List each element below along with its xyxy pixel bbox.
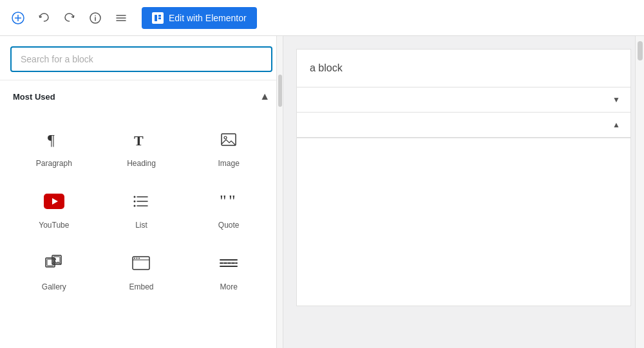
collapse-icon: ▲ (260, 91, 270, 102)
quote-label: Quote (218, 221, 240, 230)
block-item-embed[interactable]: Embed (98, 239, 185, 300)
most-used-section-header: Most Used ▲ (0, 80, 283, 110)
block-item-more[interactable]: More (185, 239, 272, 300)
gallery-label: Gallery (42, 282, 66, 291)
add-block-button[interactable] (8, 8, 28, 28)
panel-scrollbar[interactable] (276, 36, 283, 348)
info-button[interactable] (85, 8, 106, 28)
svg-text:¶: ¶ (48, 131, 55, 148)
collapse-button[interactable]: ▲ (260, 91, 270, 102)
svg-text:": " (220, 194, 227, 209)
more-icon (216, 250, 242, 276)
content-area: a block ▼ ▲ (283, 36, 644, 348)
svg-text:T: T (134, 133, 144, 149)
embed-label: Embed (129, 282, 153, 291)
more-label: More (220, 282, 237, 291)
block-item-gallery[interactable]: Gallery (10, 239, 98, 300)
block-inserter-panel: Most Used ▲ ¶ Paragraph (0, 36, 283, 348)
block-item-list[interactable]: List (98, 177, 185, 239)
toolbar: Edit with Elementor (0, 0, 644, 36)
svg-point-5 (95, 15, 96, 16)
main-area: Most Used ▲ ¶ Paragraph (0, 36, 644, 348)
list-label: List (135, 221, 147, 230)
svg-point-38 (138, 258, 140, 259)
block-item-heading[interactable]: T Heading (98, 115, 185, 177)
svg-rect-11 (158, 17, 161, 19)
panel-scroll[interactable]: Most Used ▲ ¶ Paragraph (0, 80, 283, 348)
svg-point-26 (134, 205, 136, 207)
up-arrow-icon: ▲ (612, 120, 620, 129)
image-label: Image (218, 159, 239, 168)
svg-point-15 (224, 136, 227, 139)
svg-point-24 (134, 196, 136, 198)
svg-point-37 (137, 258, 138, 259)
svg-rect-9 (155, 15, 157, 21)
svg-point-36 (134, 258, 135, 259)
youtube-icon (41, 188, 67, 214)
svg-rect-10 (158, 15, 161, 17)
right-scrollbar[interactable] (635, 36, 644, 348)
dropdown-arrow-icon: ▼ (612, 95, 620, 104)
block-row-2: ▲ (297, 113, 630, 138)
right-scrollbar-thumb (638, 41, 643, 60)
heading-icon: T (128, 127, 154, 152)
youtube-label: YouTube (39, 221, 69, 230)
embed-icon (128, 250, 154, 276)
edit-elementor-label: Edit with Elementor (169, 13, 247, 23)
block-item-image[interactable]: Image (185, 115, 272, 177)
list-icon (128, 188, 154, 214)
menu-button[interactable] (111, 8, 131, 28)
search-input[interactable] (10, 46, 272, 72)
gallery-icon (41, 250, 67, 276)
redo-button[interactable] (59, 8, 80, 28)
block-row-1: ▼ (297, 87, 630, 113)
undo-button[interactable] (33, 8, 54, 28)
block-item-quote[interactable]: " " Quote (185, 177, 272, 239)
elementor-logo (152, 12, 164, 24)
block-text-value: a block (310, 62, 343, 73)
block-item-paragraph[interactable]: ¶ Paragraph (10, 115, 98, 177)
heading-label: Heading (127, 159, 156, 168)
paragraph-icon: ¶ (41, 127, 67, 152)
content-block-text: a block (297, 50, 630, 87)
paragraph-label: Paragraph (36, 159, 72, 168)
most-used-label: Most Used (13, 92, 55, 102)
quote-icon: " " (216, 188, 242, 214)
svg-point-25 (134, 201, 136, 203)
edit-elementor-button[interactable]: Edit with Elementor (142, 7, 257, 29)
content-inner: a block ▼ ▲ (296, 49, 631, 306)
blocks-grid: ¶ Paragraph T Heading (0, 110, 283, 306)
block-item-youtube[interactable]: YouTube (10, 177, 98, 239)
svg-text:": " (229, 194, 236, 209)
image-icon (216, 127, 242, 152)
svg-rect-34 (133, 257, 149, 270)
panel-scrollbar-thumb (278, 75, 282, 107)
empty-block (297, 138, 630, 190)
search-wrapper (0, 36, 283, 80)
